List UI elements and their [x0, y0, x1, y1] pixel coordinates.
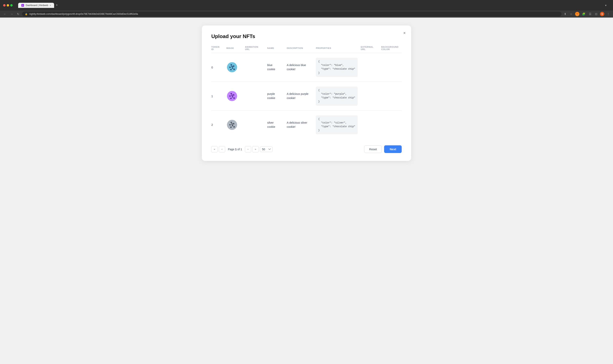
back-button[interactable]: ←	[2, 12, 8, 16]
reset-button[interactable]: Reset	[364, 145, 382, 153]
svg-point-0	[227, 62, 237, 72]
col-image: IMAGE	[226, 46, 245, 53]
modal-card: Upload your NFTs × TOKENID IMAGE ANIMATI…	[202, 26, 411, 161]
svg-point-12	[232, 96, 233, 98]
svg-point-1	[231, 64, 232, 66]
minimize-window-button[interactable]	[7, 4, 9, 7]
next-button[interactable]: Next	[384, 145, 402, 153]
nav-actions: ⬆ ☆ 🦊 🧩 ☰ ⊡ S ⋮	[563, 12, 611, 16]
cell-animation-url	[245, 82, 267, 110]
svg-point-10	[233, 94, 234, 96]
active-tab[interactable]: w Dashboard | thirdweb ×	[18, 3, 54, 8]
col-token-id: TOKENID	[211, 46, 226, 53]
metamask-icon: 🦊	[575, 12, 579, 16]
url-text: nightly.thirdweb.com/dashboard/polygon/n…	[29, 13, 138, 15]
next-page-button[interactable]: ›	[245, 146, 251, 152]
current-page: 1	[235, 148, 237, 151]
svg-point-2	[233, 65, 234, 67]
last-page-button[interactable]: »	[252, 146, 259, 152]
cell-image	[226, 53, 245, 82]
cell-token-id: 1	[211, 82, 226, 110]
profile-button[interactable]: S	[600, 12, 604, 16]
table-row: 2 silvercookie A delicious silver cookie…	[211, 110, 402, 139]
nav-bar: ← → ↻ 🔒 nightly.thirdweb.com/dashboard/p…	[0, 11, 613, 18]
reload-button[interactable]: ↻	[16, 12, 21, 16]
nft-image-purple	[226, 90, 238, 102]
first-page-button[interactable]: «	[211, 146, 218, 152]
svg-point-6	[233, 69, 235, 70]
cell-background-color	[381, 53, 402, 82]
prev-page-button[interactable]: ‹	[219, 146, 225, 152]
col-properties: PROPERTIES	[316, 46, 361, 53]
maximize-window-button[interactable]	[10, 4, 13, 7]
svg-point-11	[229, 95, 231, 97]
cell-background-color	[381, 110, 402, 139]
cell-animation-url	[245, 110, 267, 139]
cell-external-url	[361, 82, 381, 110]
svg-point-5	[230, 69, 232, 70]
title-bar: w Dashboard | thirdweb × + ▾	[0, 0, 613, 11]
svg-point-22	[233, 126, 235, 128]
cell-name: silvercookie	[267, 110, 287, 139]
modal-title: Upload your NFTs	[211, 33, 402, 39]
svg-point-15	[231, 95, 233, 96]
cell-description: A delicious purple cookie!	[287, 82, 316, 110]
col-external-url: EXTERNALURL	[361, 46, 381, 53]
cell-description: A delicious blue cookie!	[287, 53, 316, 82]
traffic-lights	[3, 4, 13, 7]
svg-point-23	[231, 123, 233, 125]
table-row: 0 bluecookie A delicious blue cookie! { …	[211, 53, 402, 82]
bookmark-button[interactable]: ☆	[569, 12, 573, 16]
split-view-button[interactable]: ⊡	[594, 12, 598, 16]
cell-image	[226, 110, 245, 139]
share-button[interactable]: ⬆	[563, 12, 567, 16]
col-animation-url: ANIMATIONURL	[245, 46, 267, 53]
close-window-button[interactable]	[3, 4, 6, 7]
forward-button[interactable]: →	[9, 12, 14, 16]
new-tab-button[interactable]: +	[54, 2, 59, 8]
cell-name: purplecookie	[267, 82, 287, 110]
total-pages: 1	[240, 148, 242, 151]
menu-button[interactable]: ⋮	[606, 12, 611, 16]
col-name: NAME	[267, 46, 287, 53]
table-body: 0 bluecookie A delicious blue cookie! { …	[211, 53, 402, 139]
tab-title: Dashboard | thirdweb	[26, 4, 48, 7]
cell-animation-url	[245, 53, 267, 82]
extensions-button[interactable]: 🧩	[581, 12, 586, 16]
close-modal-button[interactable]: ×	[403, 31, 406, 35]
svg-point-16	[227, 120, 237, 130]
svg-point-8	[227, 91, 237, 101]
pagination-right: Reset Next	[364, 145, 402, 153]
svg-point-7	[231, 66, 233, 67]
nft-image-blue	[226, 61, 238, 73]
browser-chrome: w Dashboard | thirdweb × + ▾ ← → ↻ 🔒 nig…	[0, 0, 613, 18]
col-background-color: BACKGROUNDCOLOR	[381, 46, 402, 53]
cell-properties: { "color": "silver", "type": "chocolate …	[316, 110, 361, 139]
cell-background-color	[381, 82, 402, 110]
tab-bar: w Dashboard | thirdweb × +	[18, 2, 603, 8]
table-header: TOKENID IMAGE ANIMATIONURL NAME DESCRIPT…	[211, 46, 402, 53]
svg-point-9	[231, 93, 232, 94]
cell-properties: { "color": "blue", "type": "chocolate ch…	[316, 53, 361, 82]
cell-token-id: 0	[211, 53, 226, 82]
col-description: DESCRIPTION	[287, 46, 316, 53]
cell-description: A delicious silver cookie!	[287, 110, 316, 139]
page-text: Page 1 of 1	[228, 148, 242, 151]
cell-name: bluecookie	[267, 53, 287, 82]
table-row: 1 purplecookie A delicious purple cookie…	[211, 82, 402, 110]
svg-point-17	[231, 122, 232, 123]
svg-point-21	[230, 126, 232, 128]
sidepanel-button[interactable]: ☰	[588, 12, 592, 16]
page-content: Upload your NFTs × TOKENID IMAGE ANIMATI…	[0, 18, 613, 364]
svg-point-18	[233, 123, 234, 124]
tab-close-button[interactable]: ×	[50, 4, 51, 7]
nft-table: TOKENID IMAGE ANIMATIONURL NAME DESCRIPT…	[211, 46, 402, 139]
tab-favicon: w	[21, 4, 24, 7]
svg-point-13	[230, 98, 232, 99]
address-bar[interactable]: 🔒 nightly.thirdweb.com/dashboard/polygon…	[22, 12, 561, 16]
svg-point-4	[232, 67, 233, 69]
svg-point-3	[229, 67, 231, 68]
cell-image	[226, 82, 245, 110]
per-page-select[interactable]: 10 25 50 100	[260, 146, 273, 152]
pagination-left: « ‹ Page 1 of 1 › » 10 25 50 100	[211, 146, 273, 152]
